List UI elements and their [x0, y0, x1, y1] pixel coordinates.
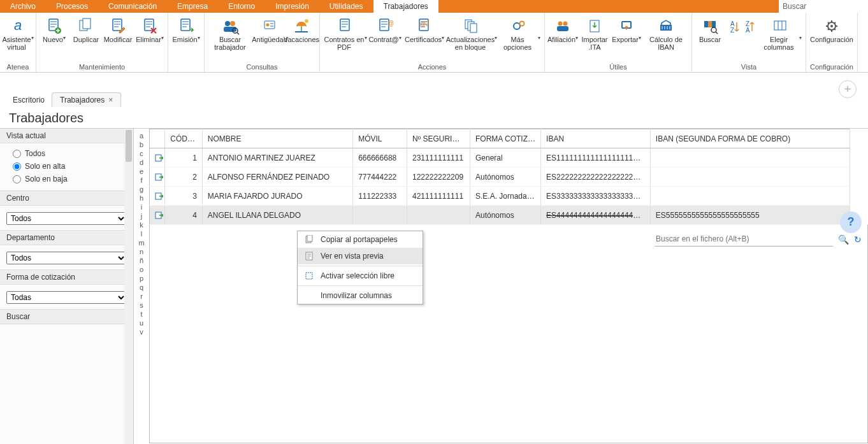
- ribbon-c-lculo-de-iban[interactable]: Cálculo de IBAN: [643, 15, 689, 54]
- ribbon-label: Contrat@: [368, 36, 401, 54]
- menu-archivo[interactable]: Archivo: [0, 0, 46, 13]
- refresh-icon[interactable]: ↻: [854, 234, 862, 245]
- ribbon-label: Actualizaciones en bloque: [446, 36, 497, 54]
- table-row[interactable]: 2ALFONSO FERNÁNDEZ PEINADO77744422212222…: [150, 168, 850, 187]
- close-icon[interactable]: ×: [108, 96, 113, 104]
- alpha-d[interactable]: d: [140, 159, 143, 166]
- alpha-a[interactable]: a: [140, 132, 143, 140]
- cot-select[interactable]: Todas: [6, 291, 127, 304]
- menu-procesos[interactable]: Procesos: [46, 0, 98, 13]
- ribbon-buscar[interactable]: Buscar: [695, 15, 725, 54]
- menu-impresión[interactable]: Impresión: [265, 0, 319, 13]
- ribbon-nuevo[interactable]: Nuevo: [39, 15, 69, 54]
- alpha-e[interactable]: e: [140, 168, 143, 175]
- centro-select[interactable]: Todos: [6, 212, 127, 225]
- alpha-p[interactable]: p: [140, 275, 143, 282]
- alpha-h[interactable]: h: [140, 195, 143, 202]
- col-header[interactable]: Nº SEGURIDAD ...: [407, 129, 470, 148]
- alpha-n[interactable]: n: [140, 248, 143, 255]
- menu-empresa[interactable]: Empresa: [167, 0, 218, 13]
- dept-select[interactable]: Todos: [6, 252, 127, 264]
- cell-iban: ES4444444444444444444444: [541, 206, 651, 225]
- alpha-s[interactable]: s: [140, 302, 143, 309]
- global-search-input[interactable]: Buscar: [779, 0, 868, 13]
- alpha-g[interactable]: g: [140, 186, 143, 193]
- ctx-copiar-al-portapapeles[interactable]: Copiar al portapapeles: [298, 231, 423, 248]
- alpha-t[interactable]: t: [140, 311, 142, 318]
- tab-escritorio[interactable]: Escritorio: [5, 93, 52, 107]
- col-header[interactable]: FORMA COTIZAC...: [470, 129, 541, 148]
- alpha-l[interactable]: l: [141, 231, 142, 238]
- ribbon-elegir-columnas[interactable]: Elegir columnas: [757, 15, 803, 54]
- alpha-i[interactable]: i: [141, 204, 142, 211]
- ribbon-exportar[interactable]: Exportar: [611, 15, 642, 54]
- affil-icon: [553, 17, 573, 36]
- menu-entorno[interactable]: Entorno: [218, 0, 265, 13]
- ribbon-emisi-n[interactable]: Emisión: [171, 15, 201, 54]
- ctx-inmovilizar-columnas[interactable]: Inmovilizar columnas: [298, 287, 423, 304]
- ribbon-buscar-trabajador[interactable]: Buscar trabajador: [207, 15, 253, 54]
- col-header[interactable]: IBAN: [541, 129, 651, 148]
- alpha-q[interactable]: q: [140, 284, 143, 291]
- ribbon-label: Afiliación: [547, 36, 578, 54]
- alpha-r[interactable]: r: [140, 293, 143, 300]
- ribbon-sort-desc[interactable]: ZA: [742, 15, 756, 36]
- alpha-b[interactable]: b: [140, 141, 143, 148]
- ribbon-contratos-en-pdf[interactable]: Contratos en PDF: [322, 15, 368, 54]
- radio-solo-en-baja[interactable]: Solo en baja: [6, 173, 127, 185]
- ribbon-asistente-virtual[interactable]: aAsistente virtual: [3, 15, 33, 54]
- ribbon-duplicar[interactable]: Duplicar: [71, 15, 101, 54]
- radio-solo-en-alta[interactable]: Solo en alta: [6, 160, 127, 173]
- file-search-input[interactable]: [655, 232, 833, 247]
- alpha-c[interactable]: c: [140, 150, 143, 157]
- alpha-k[interactable]: k: [140, 222, 143, 229]
- ribbon-m-s-opciones[interactable]: Más opciones: [496, 15, 542, 54]
- ribbon-antig-edad[interactable]: Antigüedad: [254, 15, 285, 54]
- table-row[interactable]: 1ANTONIO MARTINEZ JUAREZ6666666882311111…: [150, 148, 850, 168]
- col-header[interactable]: IBAN (SEGUNDA FORMA DE COBRO): [650, 129, 850, 148]
- workers-table: CÓDIGONOMBREMÓVILNº SEGURIDAD ...FORMA C…: [149, 129, 850, 225]
- radio-todos[interactable]: Todos: [6, 147, 127, 160]
- alpha-m[interactable]: m: [138, 240, 144, 247]
- ribbon-afiliaci-n[interactable]: Afiliación: [547, 15, 578, 54]
- sidebar-scrollbar[interactable]: [124, 129, 133, 444]
- radio-input[interactable]: [13, 150, 21, 158]
- radio-input[interactable]: [13, 162, 21, 171]
- cell-iban2: [650, 187, 850, 206]
- ribbon-actualizaciones-en-bloque[interactable]: Actualizaciones en bloque: [449, 15, 495, 54]
- svg-point-14: [305, 19, 308, 23]
- ribbon-modificar[interactable]: Modificar: [103, 15, 133, 54]
- svg-point-24: [520, 22, 524, 26]
- col-header[interactable]: MÓVIL: [353, 129, 407, 148]
- table-row[interactable]: 4ANGEL ILLANA DELGADOAutónomosES44444444…: [150, 206, 850, 225]
- menu-comunicación[interactable]: Comunicación: [98, 0, 167, 13]
- col-header[interactable]: NOMBRE: [202, 129, 352, 148]
- ribbon-label: Asistente virtual: [2, 36, 33, 54]
- ctx-activar-selecci-n-libre[interactable]: Activar selección libre: [298, 268, 423, 284]
- alpha-ñ[interactable]: ñ: [140, 257, 143, 264]
- alpha-u[interactable]: u: [140, 320, 143, 327]
- ribbon-vacaciones[interactable]: Vacaciones: [286, 15, 317, 54]
- table-row[interactable]: 3MARIA FAJARDO JURADO1112223334211111111…: [150, 187, 850, 206]
- help-icon[interactable]: ?: [840, 211, 862, 233]
- menu-utilidades[interactable]: Utilidades: [319, 0, 373, 13]
- cell-nombre: MARIA FAJARDO JURADO: [202, 187, 352, 206]
- ribbon-contrat-[interactable]: @Contrat@: [370, 15, 400, 54]
- alpha-j[interactable]: j: [141, 213, 142, 220]
- alpha-o[interactable]: o: [140, 266, 143, 273]
- ribbon-certificados[interactable]: @2Certificados: [401, 15, 447, 54]
- ribbon-configuraci-n[interactable]: Configuración: [809, 15, 855, 54]
- ctx-ver-en-vista-previa[interactable]: Ver en vista previa: [298, 248, 423, 264]
- ribbon-eliminar[interactable]: Eliminar: [134, 15, 165, 54]
- alpha-f[interactable]: f: [140, 177, 142, 184]
- tab-trabajadores[interactable]: Trabajadores×: [52, 92, 121, 107]
- search-icon[interactable]: 🔍: [838, 234, 849, 245]
- col-header[interactable]: CÓDIGO: [165, 129, 203, 148]
- add-button[interactable]: +: [839, 80, 857, 98]
- cell-nss: 421111111111: [407, 187, 470, 206]
- radio-input[interactable]: [13, 175, 21, 183]
- ribbon-group-label: Atenea: [3, 62, 33, 72]
- menu-trabajadores[interactable]: Trabajadores: [373, 0, 438, 13]
- alpha-v[interactable]: v: [140, 329, 143, 336]
- ribbon-importar-ita[interactable]: Importar .ITA: [579, 15, 610, 54]
